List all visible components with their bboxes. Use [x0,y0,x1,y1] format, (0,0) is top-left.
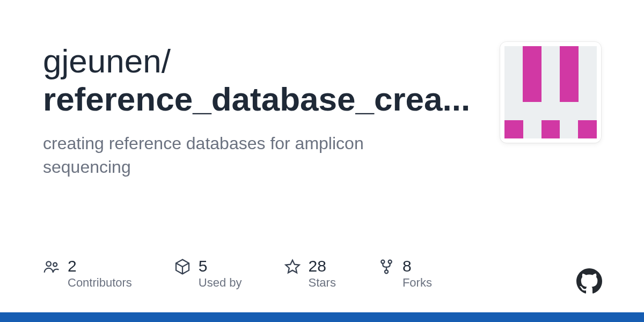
stat-value: 2 [68,257,132,275]
language-bar [0,312,644,322]
package-icon [174,258,191,275]
svg-point-3 [389,260,392,264]
svg-point-1 [53,263,57,267]
repo-owner[interactable]: gjeunen [43,42,162,79]
stat-label: Forks [402,276,432,290]
star-icon [284,258,301,275]
stat-value: 5 [199,257,242,275]
fork-icon [378,258,395,275]
svg-point-4 [385,270,388,273]
stat-value: 8 [402,257,432,275]
stat-forks[interactable]: 8 Forks [378,257,432,290]
identicon-icon [504,46,597,138]
stat-label: Stars [309,276,336,290]
github-logo-icon[interactable] [576,268,602,294]
repo-description: creating reference databases for amplico… [43,131,451,180]
repo-stats: 2 Contributors 5 Used by 28 Stars 8 Fork… [43,257,432,290]
stat-contributors[interactable]: 2 Contributors [43,257,132,290]
stat-value: 28 [309,257,336,275]
language-segment [0,312,644,322]
stat-label: Used by [199,276,242,290]
avatar[interactable] [500,42,601,143]
stat-stars[interactable]: 28 Stars [284,257,336,290]
svg-point-0 [46,261,51,266]
repo-title: gjeunen/ reference_database_crea... [43,42,479,119]
stat-used-by[interactable]: 5 Used by [174,257,242,290]
repo-name[interactable]: reference_database_crea... [43,80,470,118]
svg-point-2 [381,260,384,264]
stat-label: Contributors [68,276,132,290]
people-icon [43,258,60,275]
